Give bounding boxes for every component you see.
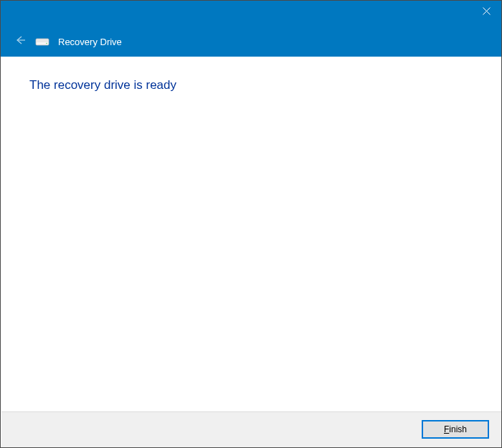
back-arrow-icon bbox=[14, 34, 26, 49]
close-icon bbox=[483, 5, 491, 18]
page-heading: The recovery drive is ready bbox=[29, 78, 474, 92]
footer: Finish bbox=[1, 411, 502, 448]
titlebar: Recovery Drive bbox=[1, 1, 502, 57]
close-button[interactable] bbox=[470, 1, 502, 22]
content-area: The recovery drive is ready bbox=[1, 57, 502, 401]
svg-point-5 bbox=[46, 43, 47, 44]
svg-rect-4 bbox=[37, 39, 48, 42]
finish-button[interactable]: Finish bbox=[422, 420, 489, 439]
finish-label-rest: inish bbox=[449, 424, 467, 434]
drive-icon bbox=[35, 36, 49, 47]
back-button[interactable] bbox=[14, 35, 27, 48]
window-title: Recovery Drive bbox=[58, 37, 122, 47]
